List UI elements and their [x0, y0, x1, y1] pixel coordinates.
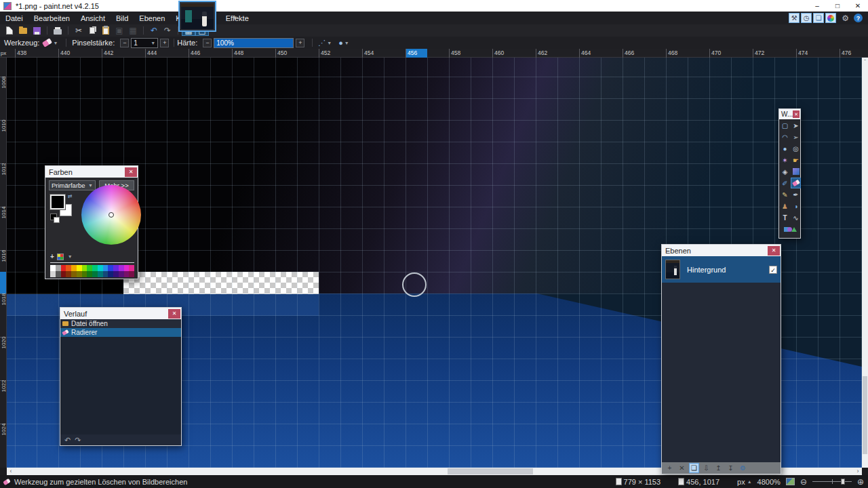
- palette-swatch[interactable]: [66, 265, 71, 271]
- palette-swatch[interactable]: [61, 265, 66, 271]
- palette-menu-icon[interactable]: [57, 253, 64, 260]
- palette-swatch[interactable]: [50, 271, 56, 277]
- history-undo-icon[interactable]: ↶: [64, 436, 71, 445]
- color-wheel-cursor[interactable]: [108, 212, 114, 218]
- tool-rectangle-select[interactable]: ▢: [780, 120, 790, 131]
- palette-swatch[interactable]: [129, 265, 134, 271]
- menu-item-ebenen[interactable]: Ebenen: [134, 12, 170, 24]
- redo-button[interactable]: ↷: [161, 25, 174, 36]
- duplicate-layer-button[interactable]: ❏: [689, 463, 699, 473]
- brush-width-decrease-button[interactable]: −: [120, 39, 129, 47]
- tool-move-selection[interactable]: ➢: [791, 131, 801, 142]
- palette-swatch[interactable]: [87, 271, 92, 277]
- tool-text[interactable]: T: [780, 212, 790, 223]
- scroll-up-arrow[interactable]: ˆ: [862, 58, 868, 66]
- cut-button[interactable]: ✂: [72, 25, 85, 36]
- palette-swatch[interactable]: [119, 265, 124, 271]
- tool-recolor[interactable]: ◑: [791, 201, 801, 211]
- tool-zoom[interactable]: ◎: [791, 143, 801, 154]
- zoom-to-window-button[interactable]: [786, 478, 795, 485]
- palette-swatch[interactable]: [82, 265, 87, 271]
- palette-swatch[interactable]: [98, 271, 103, 277]
- palette-swatch[interactable]: [56, 271, 61, 277]
- menu-item-datei[interactable]: Datei: [0, 12, 28, 24]
- scroll-left-arrow[interactable]: ‹: [7, 468, 15, 475]
- palette-swatch[interactable]: [87, 265, 92, 271]
- tools-window-close-button[interactable]: ✕: [793, 110, 800, 118]
- tool-clone-stamp[interactable]: ♟: [780, 201, 790, 211]
- history-redo-icon[interactable]: ↷: [75, 436, 81, 445]
- zoom-slider[interactable]: [812, 481, 852, 482]
- color-wheel[interactable]: [81, 185, 141, 245]
- settings-gear-icon[interactable]: ⚙: [842, 14, 849, 23]
- layers-window-close-button[interactable]: ✕: [768, 246, 780, 256]
- palette-swatch[interactable]: [113, 271, 119, 277]
- brush-width-dropdown-arrow[interactable]: ▼: [151, 41, 155, 45]
- primary-color-swatch[interactable]: [50, 195, 65, 209]
- zoom-in-icon[interactable]: ⊕: [857, 477, 864, 487]
- minimize-button[interactable]: –: [807, 0, 827, 12]
- palette-swatch[interactable]: [92, 265, 98, 271]
- history-window-close-button[interactable]: ✕: [168, 309, 180, 319]
- vertical-scrollbar[interactable]: ˆ: [862, 58, 868, 468]
- menu-item-bild[interactable]: Bild: [111, 12, 134, 24]
- menu-item-bearbeiten[interactable]: Bearbeiten: [28, 12, 75, 24]
- palette-swatch[interactable]: [124, 271, 130, 277]
- tool-lasso-select[interactable]: ◠: [780, 131, 790, 142]
- help-icon[interactable]: ?: [854, 14, 863, 22]
- hardness-decrease-button[interactable]: −: [203, 39, 212, 47]
- zoom-slider-thumb[interactable]: [841, 479, 845, 485]
- unit-selector[interactable]: px: [737, 478, 745, 486]
- tool-shapes[interactable]: [780, 224, 801, 235]
- palette-swatch[interactable]: [71, 271, 77, 277]
- blend-mode-icon[interactable]: ●: [338, 39, 343, 47]
- toggle-tools-window-button[interactable]: ⚒: [789, 13, 800, 23]
- palette-swatch[interactable]: [108, 265, 113, 271]
- palette-swatch[interactable]: [71, 265, 77, 271]
- swap-colors-icon[interactable]: ⇄: [68, 193, 73, 199]
- vertical-scroll-thumb[interactable]: [863, 376, 867, 454]
- menu-item-ansicht[interactable]: Ansicht: [75, 12, 111, 24]
- brush-width-input[interactable]: 1 ▼: [131, 38, 158, 48]
- history-item[interactable]: Radierer: [60, 328, 181, 337]
- palette-swatch[interactable]: [77, 265, 82, 271]
- copy-button[interactable]: [85, 25, 99, 36]
- current-tool-eraser-icon[interactable]: [42, 38, 52, 47]
- move-layer-up-button[interactable]: ↥: [713, 463, 724, 473]
- menu-item-effekte[interactable]: Effekte: [220, 12, 254, 24]
- layer-row[interactable]: Hintergrund✓: [662, 256, 781, 283]
- palette-swatch[interactable]: [61, 271, 66, 277]
- open-file-button[interactable]: [16, 25, 30, 36]
- palette-swatch[interactable]: [77, 271, 82, 277]
- toggle-history-window-button[interactable]: ◷: [801, 13, 812, 23]
- tool-color-picker[interactable]: ✒: [791, 189, 801, 200]
- merge-layer-down-button[interactable]: ⇩: [701, 463, 711, 473]
- brush-width-increase-button[interactable]: +: [160, 39, 169, 47]
- undo-button[interactable]: ↶: [147, 25, 161, 36]
- colors-window-close-button[interactable]: ✕: [125, 167, 137, 177]
- tool-pan[interactable]: ☛: [791, 155, 801, 165]
- history-window-titlebar[interactable]: Verlauf ✕: [60, 308, 181, 319]
- delete-layer-button[interactable]: ✕: [677, 463, 687, 473]
- scroll-right-arrow[interactable]: ›: [854, 468, 862, 475]
- zoom-out-icon[interactable]: ⊖: [800, 477, 807, 487]
- tool-line-curve[interactable]: ∿: [791, 212, 801, 223]
- history-item[interactable]: Datei öffnen: [60, 319, 181, 328]
- hardness-input[interactable]: 100%: [214, 38, 294, 48]
- deselect-button[interactable]: ▦: [126, 25, 140, 36]
- palette-swatch[interactable]: [98, 265, 103, 271]
- crop-button[interactable]: ▣: [113, 25, 126, 36]
- horizontal-scroll-thumb[interactable]: [448, 468, 533, 474]
- palette-swatch[interactable]: [129, 271, 134, 277]
- palette-swatch[interactable]: [108, 271, 113, 277]
- palette-swatch[interactable]: [119, 271, 124, 277]
- tool-pencil[interactable]: ✎: [780, 189, 790, 200]
- palette-swatch[interactable]: [103, 271, 108, 277]
- tool-paintbrush[interactable]: ✐: [780, 178, 790, 188]
- antialiasing-icon[interactable]: ⋰: [318, 39, 326, 47]
- paste-button[interactable]: [99, 25, 113, 36]
- antialiasing-dropdown-arrow[interactable]: ▼: [327, 41, 332, 45]
- new-file-button[interactable]: [3, 25, 16, 36]
- tool-paint-bucket[interactable]: ◈: [780, 166, 790, 177]
- move-layer-down-button[interactable]: ↧: [726, 463, 736, 473]
